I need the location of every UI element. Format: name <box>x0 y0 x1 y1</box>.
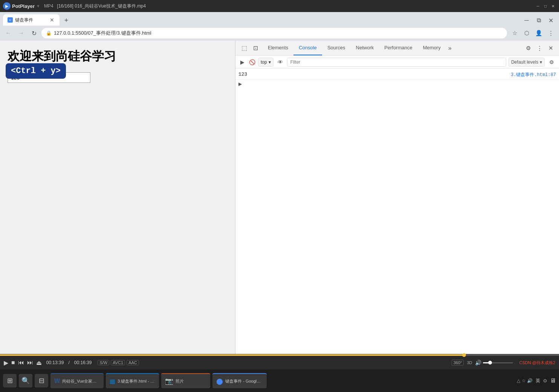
notification-button[interactable]: 🖥 <box>550 377 556 384</box>
tab-network[interactable]: Network <box>351 41 379 55</box>
3d-button[interactable]: 3D <box>467 360 472 365</box>
back-button[interactable]: ← <box>3 28 14 38</box>
progress-bar-fill <box>0 354 464 356</box>
potplayer-minimize[interactable]: ─ <box>535 3 541 9</box>
avc1-badge: AVC1 <box>111 360 125 365</box>
devtools-select-element[interactable]: ⬚ <box>238 43 250 54</box>
csdn-logo: CSDN·@待木成栋2 <box>519 360 555 366</box>
progress-bar[interactable] <box>0 354 559 356</box>
tab-console[interactable]: Console <box>293 41 322 55</box>
tab-memory[interactable]: Memory <box>418 41 446 55</box>
chrome-label: 键盘事件 - Google ... <box>225 378 263 384</box>
potplayer-logo[interactable]: ▶ PotPlayer ▼ <box>3 2 40 10</box>
degree-button[interactable]: 360° <box>452 360 464 366</box>
taskbar-item-vscode[interactable]: ▦ 3.键盘事件.html - vu... <box>106 373 159 388</box>
expand-arrow[interactable]: ▶ <box>238 81 242 87</box>
default-levels-icon: ▾ <box>540 59 542 65</box>
console-log-source[interactable]: 3.键盘事件.html:87 <box>511 72 556 78</box>
webpage-area: <Ctrl + y> 欢迎来到尚硅谷学习 <box>0 41 235 392</box>
url-bar[interactable]: 🔒 127.0.0.1:5500/07_事件处理/3.键盘事件.html <box>41 28 507 38</box>
progress-handle[interactable] <box>462 353 466 357</box>
volume-slider[interactable] <box>483 362 513 363</box>
play-button[interactable]: ▶ <box>4 359 8 366</box>
console-output: 123 3.键盘事件.html:87 ▶ <box>235 69 559 392</box>
url-lock-icon: 🔒 <box>46 31 52 36</box>
browser-restore[interactable]: ⧉ <box>533 15 544 26</box>
default-levels-label: Default levels <box>511 59 538 65</box>
language-indicator[interactable]: 英 <box>536 378 540 384</box>
time-separator: / <box>68 360 69 365</box>
tab-close-button[interactable]: ✕ <box>49 17 55 23</box>
system-tray: △ ☆ 🔊 英 ⊙ 🖥 <box>517 377 556 384</box>
photos-label: 照片 <box>176 378 184 384</box>
word-label: 尚硅谷_Vue全家桶.d... <box>62 378 100 384</box>
forward-button[interactable]: → <box>16 28 26 38</box>
volume-icon[interactable]: 🔊 <box>475 360 481 366</box>
refresh-button[interactable]: ↻ <box>29 28 39 38</box>
page-heading: 欢迎来到尚硅谷学习 <box>8 48 228 65</box>
playback-controls: ▶ ■ ⏮ ⏭ ⏏ 00:13:39 / 00:16:39 S/W AVC1 A… <box>0 356 559 369</box>
browser-close[interactable]: ✕ <box>545 15 556 26</box>
console-block-button[interactable]: 🚫 <box>248 58 256 66</box>
devtools-panel: ⬚ ⊡ Elements Console Sources Network <box>235 41 559 392</box>
devtools-close[interactable]: ✕ <box>545 43 556 53</box>
taskbar-item-chrome[interactable]: ⬤ 键盘事件 - Google ... <box>212 373 267 388</box>
console-filter-input[interactable] <box>287 58 506 67</box>
tab-performance[interactable]: Performance <box>379 41 417 55</box>
eject-button[interactable]: ⏏ <box>36 359 42 366</box>
browser-window: K 键盘事件 ✕ + ─ ⧉ ✕ ← → ↻ 🔒 127.0.0.1:5500/… <box>0 12 559 392</box>
video-playback-bar: ▶ ■ ⏮ ⏭ ⏏ 00:13:39 / 00:16:39 S/W AVC1 A… <box>0 354 559 369</box>
quality-badges: S/W AVC1 AAC <box>98 360 139 365</box>
menu-icon[interactable]: ⋮ <box>545 28 556 38</box>
devtools-more-tabs[interactable]: » <box>446 41 454 55</box>
default-levels-selector[interactable]: Default levels ▾ <box>509 58 545 67</box>
vscode-label: 3.键盘事件.html - vu... <box>118 378 155 384</box>
browser-tab[interactable]: K 键盘事件 ✕ <box>3 14 60 26</box>
context-selector[interactable]: top ▾ <box>258 58 273 67</box>
taskbar-item-word[interactable]: W 尚硅谷_Vue全家桶.d... <box>50 373 104 388</box>
clock-display: ⊙ <box>543 378 547 383</box>
console-log-entry: 123 3.键盘事件.html:87 <box>235 70 559 80</box>
tab-sources[interactable]: Sources <box>322 41 351 55</box>
devtools-tabs: Elements Console Sources Network Perform… <box>263 41 454 55</box>
file-format: MP4 <box>44 3 53 9</box>
tab-label: 键盘事件 <box>15 17 33 23</box>
context-value: top <box>261 59 267 65</box>
task-view-button[interactable]: ⊟ <box>35 374 48 387</box>
console-log-value: 123 <box>238 72 511 77</box>
console-settings-button[interactable]: ⚙ <box>547 58 556 67</box>
devtools-settings: ⚙ ⋮ ✕ <box>523 43 556 53</box>
volume-handle[interactable] <box>488 361 492 365</box>
eye-button[interactable]: 👁 <box>276 58 285 67</box>
keyboard-shortcut-overlay: <Ctrl + y> <box>6 63 66 79</box>
current-time: 00:13:39 <box>46 360 64 365</box>
devtools-settings-icon[interactable]: ⚙ <box>523 43 533 53</box>
console-clear-button[interactable]: ▶ <box>238 58 246 66</box>
context-dropdown-icon: ▾ <box>269 59 271 65</box>
devtools-more-options[interactable]: ⋮ <box>534 43 545 53</box>
bookmark-icon[interactable]: ☆ <box>509 28 520 38</box>
potplayer-title: PotPlayer <box>12 3 35 9</box>
volume-control: 🔊 <box>475 360 513 366</box>
profile-icon[interactable]: 👤 <box>533 28 544 38</box>
url-text: 127.0.0.1:5500/07_事件处理/3.键盘事件.html <box>54 30 502 37</box>
file-info: [16/168] 016_尚硅谷Vue技术_键盘事件.mp4 <box>57 3 146 9</box>
potplayer-maximize[interactable]: □ <box>542 3 548 9</box>
devtools-device-mode[interactable]: ⊡ <box>250 43 261 54</box>
taskbar-item-photos[interactable]: 📷 照片 <box>161 373 210 388</box>
start-button[interactable]: ⊞ <box>3 374 17 387</box>
aac-badge: AAC <box>127 360 139 365</box>
potplayer-close[interactable]: ✕ <box>550 3 556 9</box>
tab-elements[interactable]: Elements <box>263 41 293 55</box>
prev-button[interactable]: ⏮ <box>18 359 24 366</box>
next-button[interactable]: ⏭ <box>27 359 33 366</box>
browser-minimize[interactable]: ─ <box>521 15 532 26</box>
stop-button[interactable]: ■ <box>11 359 15 366</box>
new-tab-button[interactable]: + <box>61 15 72 26</box>
ctrl-y-text: <Ctrl + y> <box>11 66 61 76</box>
bottom-taskbar: ⊞ 🔍 ⊟ W 尚硅谷_Vue全家桶.d... ▦ 3.键盘事件.html - … <box>0 369 559 392</box>
tab-favicon: K <box>8 17 13 23</box>
search-button[interactable]: 🔍 <box>19 374 32 387</box>
console-toolbar: ▶ 🚫 top ▾ 👁 Default levels ▾ ⚙ <box>235 56 559 69</box>
extension-icon[interactable]: ⬡ <box>521 28 532 38</box>
